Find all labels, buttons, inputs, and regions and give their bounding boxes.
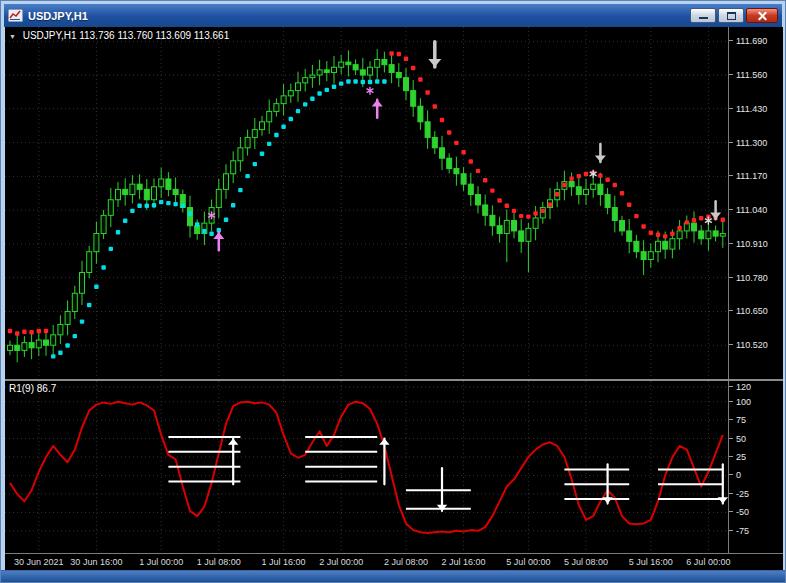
indicator-axis-label: 50 bbox=[729, 434, 783, 444]
chart-info-label: ▼ USDJPY,H1 113.736 113.760 113.609 113.… bbox=[9, 30, 229, 41]
close-button[interactable] bbox=[746, 8, 778, 23]
indicator-axis-label: 75 bbox=[729, 415, 783, 425]
time-axis-label: 2 Jul 00:00 bbox=[319, 557, 363, 567]
indicator-axis-label: -50 bbox=[729, 507, 783, 517]
time-axis-label: 1 Jul 08:00 bbox=[197, 557, 241, 567]
minimize-icon bbox=[699, 17, 708, 19]
chart-client-area: ▼ USDJPY,H1 113.736 113.760 113.609 113.… bbox=[5, 27, 783, 572]
chart-symbol-period: USDJPY,H1 bbox=[23, 30, 77, 41]
chart-window: USDJPY,H1 ▼ USDJPY,H1 113.736 113.760 11… bbox=[0, 0, 786, 583]
time-axis-label: 30 Jun 2021 bbox=[14, 557, 64, 567]
indicator-axis-label: 25 bbox=[729, 452, 783, 462]
price-axis-label: 110.910 bbox=[729, 239, 783, 249]
time-axis-label: 1 Jul 16:00 bbox=[262, 557, 306, 567]
time-axis-label: 5 Jul 00:00 bbox=[506, 557, 550, 567]
indicator-axis-label: 120 bbox=[729, 382, 783, 392]
time-axis-label: 6 Jul 00:00 bbox=[686, 557, 730, 567]
time-axis-label: 1 Jul 00:00 bbox=[139, 557, 183, 567]
price-axis-label: 111.560 bbox=[729, 70, 783, 80]
price-scale[interactable]: 111.690111.560111.430111.300111.170111.0… bbox=[728, 27, 783, 379]
time-axis-label: 30 Jun 16:00 bbox=[70, 557, 122, 567]
indicator-axis-label: 0 bbox=[729, 470, 783, 480]
restore-icon bbox=[727, 12, 736, 20]
indicator-axis-label: -75 bbox=[729, 526, 783, 536]
minimize-button[interactable] bbox=[690, 8, 716, 23]
price-axis-label: 110.650 bbox=[729, 306, 783, 316]
price-axis-label: 111.040 bbox=[729, 205, 783, 215]
chart-window-icon bbox=[8, 9, 23, 22]
one-click-trading-toggle-icon[interactable]: ▼ bbox=[9, 33, 16, 40]
window-bottom-frame bbox=[1, 570, 786, 582]
window-title: USDJPY,H1 bbox=[28, 10, 690, 22]
price-chart-canvas[interactable] bbox=[5, 27, 728, 379]
time-axis-label: 5 Jul 08:00 bbox=[564, 557, 608, 567]
time-axis-label: 2 Jul 08:00 bbox=[384, 557, 428, 567]
price-chart-pane[interactable]: ▼ USDJPY,H1 113.736 113.760 113.609 113.… bbox=[5, 27, 728, 379]
close-icon bbox=[747, 9, 777, 22]
indicator-pane[interactable]: R1(9) 86.7 bbox=[5, 381, 728, 553]
price-axis-label: 110.780 bbox=[729, 273, 783, 283]
title-bar[interactable]: USDJPY,H1 bbox=[4, 4, 782, 27]
price-axis-label: 111.300 bbox=[729, 138, 783, 148]
indicator-scale[interactable]: 1201007550250-25-50-75 bbox=[728, 381, 783, 553]
indicator-axis-label: 100 bbox=[729, 397, 783, 407]
price-axis-label: 111.430 bbox=[729, 104, 783, 114]
chart-ohlc-values: 113.736 113.760 113.609 113.661 bbox=[79, 30, 229, 41]
price-axis-label: 111.170 bbox=[729, 171, 783, 181]
indicator-label: R1(9) 86.7 bbox=[9, 383, 56, 394]
indicator-canvas[interactable] bbox=[5, 381, 728, 553]
price-axis-label: 111.690 bbox=[729, 36, 783, 46]
time-axis-label: 2 Jul 16:00 bbox=[442, 557, 486, 567]
price-axis-label: 110.520 bbox=[729, 340, 783, 350]
restore-button[interactable] bbox=[718, 8, 744, 23]
indicator-axis-label: -25 bbox=[729, 489, 783, 499]
time-axis-label: 5 Jul 16:00 bbox=[629, 557, 673, 567]
